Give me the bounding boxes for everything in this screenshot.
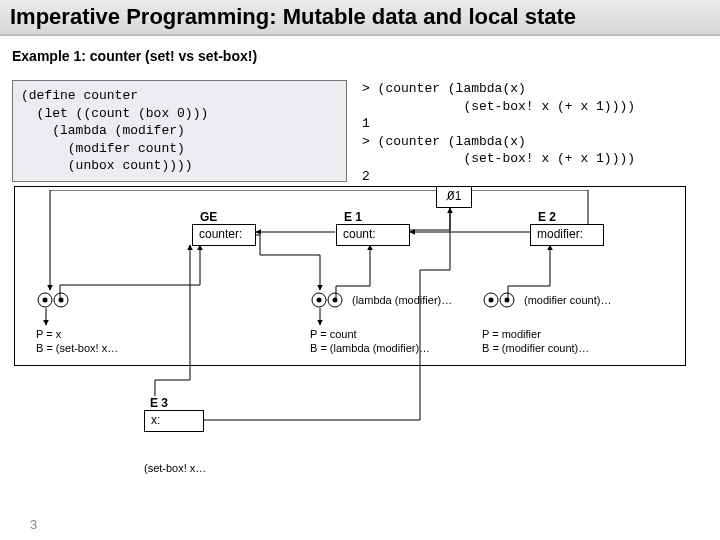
code-definition: (define counter (let ((count (box 0))) (… [12,80,347,182]
closure3-p: P = modifier [482,328,541,340]
closure3-text: (modifier count)… [524,294,611,306]
example-subtitle: Example 1: counter (set! vs set-box!) [0,36,720,70]
code-repl: > (counter (lambda(x) (set-box! x (+ x 1… [362,80,635,185]
closure2-p: P = count [310,328,357,340]
closure-1 [36,290,72,310]
svg-point-7 [59,298,64,303]
closure1-b: B = (set-box! x… [36,342,118,354]
svg-point-9 [317,298,322,303]
count-box: 0̸1 [436,186,472,208]
e1-label: E 1 [344,210,362,224]
closure-3 [482,290,518,310]
closure3-b: B = (modifier count)… [482,342,589,354]
ge-label: GE [200,210,217,224]
svg-point-13 [489,298,494,303]
e3-frame: x: [144,410,204,432]
e3-label: E 3 [150,396,168,410]
svg-point-11 [333,298,338,303]
svg-point-15 [505,298,510,303]
slide-title: Imperative Programming: Mutable data and… [0,0,720,36]
bottom-setbox: (set-box! x… [144,462,206,474]
closure2-text: (lambda (modifier)… [352,294,452,306]
closure1-p: P = x [36,328,61,340]
svg-point-5 [43,298,48,303]
e2-label: E 2 [538,210,556,224]
ge-frame: counter: [192,224,256,246]
e2-frame: modifier: [530,224,604,246]
closure-2 [310,290,346,310]
page-number: 3 [30,517,37,532]
environment-diagram: GE counter: E 1 count: 0̸1 E 2 modifier:… [10,190,710,500]
closure2-b: B = (lambda (modifier)… [310,342,430,354]
e1-frame: count: [336,224,410,246]
